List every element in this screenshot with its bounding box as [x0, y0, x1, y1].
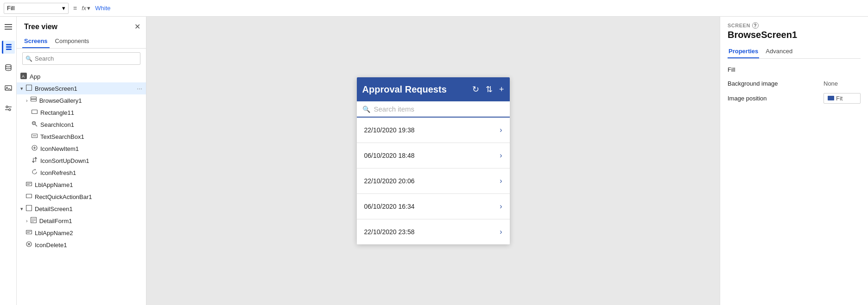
tree-item-textsearchbox1[interactable]: TextSearchBox1	[17, 131, 146, 143]
list-item[interactable]: 22/10/2020 20:06 ›	[357, 168, 510, 194]
tab-screens[interactable]: Screens	[22, 35, 50, 48]
formula-value[interactable]: White	[95, 5, 110, 12]
image-position-value[interactable]: Fit	[824, 93, 861, 104]
textbox-icon	[32, 133, 38, 140]
app-title: Approval Requests	[362, 84, 467, 95]
list-item[interactable]: 06/10/2020 18:48 ›	[357, 143, 510, 168]
svg-rect-1	[5, 26, 12, 27]
tree-item-iconsortupdown1[interactable]: IconSortUpDown1	[17, 155, 146, 167]
app-header-icons: ↻ ⇅ +	[472, 84, 504, 94]
tree-item-detailform1[interactable]: › DetailForm1	[17, 215, 146, 227]
icon-type-icon	[32, 157, 38, 164]
tree-item-label: Rectangle11	[40, 109, 74, 116]
app-header: Approval Requests ↻ ⇅ +	[357, 77, 510, 101]
svg-line-20	[35, 124, 37, 126]
tree-tabs: Screens Components	[17, 35, 146, 49]
tree-item-lblappname2[interactable]: LblAppName2	[17, 227, 146, 239]
screen-icon	[26, 85, 32, 92]
app-icon: A	[20, 73, 27, 81]
search-icon: 🔍	[25, 56, 32, 62]
search-input[interactable]	[22, 52, 140, 65]
app-preview: Approval Requests ↻ ⇅ + 🔍 Search items 2…	[357, 77, 510, 244]
svg-point-6	[6, 65, 11, 67]
svg-rect-15	[26, 85, 32, 91]
nav-menu-icon[interactable]	[2, 20, 15, 33]
tree-item-label: IconDelete1	[35, 242, 67, 249]
tree-item-iconnewitem1[interactable]: IconNewItem1	[17, 143, 146, 155]
fit-icon	[828, 95, 834, 102]
tree-title: Tree view	[24, 23, 57, 31]
tree-item-label: TextSearchBox1	[40, 133, 84, 140]
tree-item-lblappname1[interactable]: LblAppName1	[17, 179, 146, 191]
tree-item-iconrefresh1[interactable]: IconRefresh1	[17, 167, 146, 179]
formula-bar: Fill ▾ = fx ▾ White	[0, 0, 868, 17]
nav-data-icon[interactable]	[2, 61, 15, 74]
app-search-bar: 🔍 Search items	[357, 101, 510, 118]
fx-button[interactable]: fx ▾	[82, 5, 90, 12]
svg-rect-5	[6, 49, 12, 50]
property-selector[interactable]: Fill ▾	[4, 3, 69, 14]
search-icon: 🔍	[362, 106, 370, 113]
tree-search-container: 🔍	[22, 52, 140, 65]
list-item[interactable]: 22/10/2020 19:38 ›	[357, 118, 510, 143]
tree-item-detailscreen1[interactable]: ▾ DetailScreen1	[17, 203, 146, 215]
tree-item-label: LblAppName1	[35, 181, 73, 188]
help-icon[interactable]: ?	[752, 22, 759, 29]
fill-label: Fill	[728, 66, 861, 73]
equals-sign: =	[71, 5, 79, 12]
sort-icon[interactable]: ⇅	[486, 84, 493, 94]
tab-components[interactable]: Components	[53, 35, 91, 48]
chevron-right-icon: ›	[500, 151, 502, 160]
fx-label: fx	[82, 5, 86, 12]
svg-rect-18	[32, 110, 38, 114]
background-image-value: None	[824, 79, 861, 88]
tree-item-label: IconSortUpDown1	[40, 157, 89, 164]
tree-item-browsegallery1[interactable]: › BrowseGallery1	[17, 94, 146, 106]
tree-item-searchicon1[interactable]: SearchIcon1	[17, 118, 146, 131]
tree-item-rectquickactionbar1[interactable]: RectQuickActionBar1	[17, 191, 146, 203]
nav-controls-icon[interactable]	[2, 102, 15, 115]
properties-tabs: Properties Advanced	[728, 45, 861, 59]
tree-item-label: BrowseGallery1	[39, 97, 82, 104]
svg-point-19	[32, 122, 36, 125]
nav-media-icon[interactable]	[2, 81, 15, 94]
search-placeholder[interactable]: Search items	[374, 105, 415, 113]
nav-treeview-icon[interactable]	[2, 41, 15, 54]
item-ellipsis[interactable]: ···	[137, 85, 142, 92]
right-panel: SCREEN ? BrowseScreen1 Properties Advanc…	[720, 17, 868, 305]
tree-item-label: RectQuickActionBar1	[35, 193, 92, 200]
svg-rect-27	[26, 182, 32, 186]
tab-advanced[interactable]: Advanced	[765, 45, 793, 58]
add-icon[interactable]: +	[499, 85, 504, 94]
chevron-right-icon: ›	[26, 98, 28, 103]
list-item[interactable]: 06/10/2020 16:34 ›	[357, 194, 510, 219]
tree-item-label: DetailScreen1	[35, 205, 73, 212]
item-date: 06/10/2020 16:34	[364, 203, 415, 210]
rectangle-icon	[26, 193, 32, 200]
svg-point-10	[9, 109, 11, 111]
tab-properties[interactable]: Properties	[728, 45, 759, 58]
svg-rect-42	[828, 96, 834, 100]
chevron-right-icon: ›	[500, 177, 502, 185]
item-date: 22/10/2020 19:38	[364, 126, 415, 134]
tree-item-browsescreen1[interactable]: ▾ BrowseScreen1 ···	[17, 82, 146, 94]
tree-item-rectangle11[interactable]: Rectangle11	[17, 106, 146, 118]
item-date: 22/10/2020 20:06	[364, 177, 415, 185]
list-item[interactable]: 22/10/2020 23:58 ›	[357, 219, 510, 244]
tree-header: Tree view ✕	[17, 17, 146, 35]
tree-item-label: SearchIcon1	[40, 121, 74, 128]
screen-label: SCREEN ?	[728, 22, 861, 29]
tree-close-button[interactable]: ✕	[134, 22, 140, 31]
background-image-label: Background image	[728, 80, 778, 87]
image-position-label: Image position	[728, 95, 767, 102]
property-dropdown-icon[interactable]: ▾	[62, 5, 65, 12]
svg-text:A: A	[22, 74, 25, 79]
tree-item-label: DetailForm1	[39, 218, 72, 224]
refresh-icon[interactable]: ↻	[472, 84, 479, 94]
tree-item-label: IconRefresh1	[40, 169, 76, 176]
chevron-right-icon: ›	[500, 126, 502, 134]
tree-item-app[interactable]: A App	[17, 70, 146, 82]
item-date: 22/10/2020 23:58	[364, 228, 415, 236]
svg-rect-16	[31, 97, 36, 99]
tree-item-icondelete1[interactable]: IconDelete1	[17, 239, 146, 251]
